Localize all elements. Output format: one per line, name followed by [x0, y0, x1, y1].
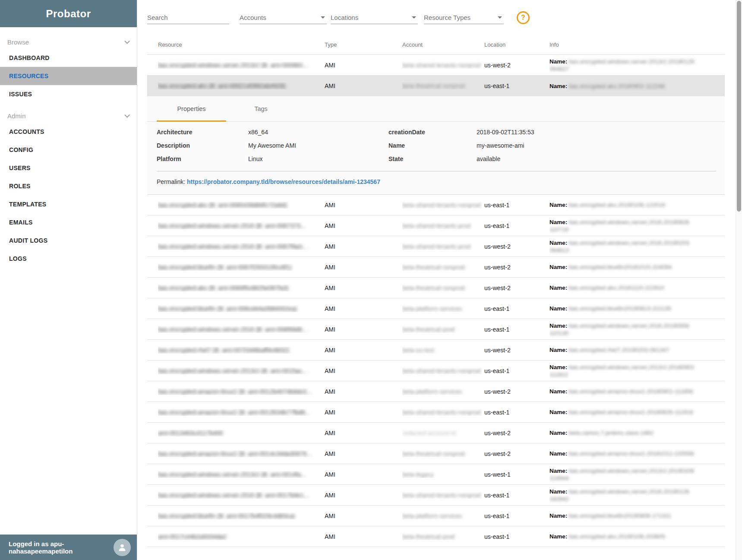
account-cell: beta-platform-services	[402, 388, 484, 395]
table-row[interactable]: bas.encrypted.windows.server.2013r2 (B: …	[147, 55, 725, 76]
table-row[interactable]: bas.encrypted.aks (B: ami-0002140992ab49…	[147, 76, 725, 96]
account-name-blurred: beta-shared-tenants-prod	[402, 243, 470, 250]
sidebar-item-roles[interactable]: ROLES	[0, 177, 137, 195]
sidebar-item-audit-logs[interactable]: AUDIT LOGS	[0, 231, 137, 250]
info-name-label: Name:	[549, 513, 567, 519]
info-name-label: Name:	[549, 305, 567, 312]
locations-filter[interactable]: Locations	[331, 11, 418, 24]
scrollbar-thumb[interactable]	[737, 1, 741, 212]
sidebar-section-admin[interactable]: Admin	[0, 111, 137, 121]
permalink-link[interactable]: https://probator.company.tld/browse/reso…	[187, 178, 380, 185]
prop-value: Linux	[248, 152, 388, 166]
rows-below-detail: bas.encrypted.aks (B: ami-0065439d84fc72…	[147, 195, 725, 547]
table-row[interactable]: bas.encrypted.bluefin (B: ami-0017b4f029…	[147, 506, 725, 526]
table-row[interactable]: bas.encrypted.windows.server.2013r2 (B: …	[147, 361, 725, 381]
table-row[interactable]: bas.encrypted.windows.server.2016 (B: am…	[147, 319, 725, 340]
resource-cell: ami-0017c44b2a9334da2	[158, 533, 325, 540]
table-row[interactable]: bas.encrypted.bluefin (B: ami-0067f29331…	[147, 257, 725, 278]
table-row[interactable]: ami-0013463u3117b400 AMI redacted-accoun…	[147, 423, 725, 443]
sidebar-item-logs[interactable]: LOGS	[0, 250, 137, 268]
col-location: Location	[484, 41, 549, 48]
account-name-blurred: beta-theatrical-nonprod	[402, 450, 465, 457]
table-row[interactable]: bas.encrypted.rhel7 (B: ami-0070346baff9…	[147, 340, 725, 361]
section-label: Browse	[7, 38, 29, 46]
sidebar: Probator Browse DASHBOARD RESOURCES ISSU…	[0, 0, 137, 560]
info-value-blurred: bas.encrypted.rhel7.20190203-061347	[569, 347, 669, 353]
person-icon	[117, 543, 127, 552]
location-cell: us-west-1	[484, 471, 549, 478]
search-field[interactable]	[147, 11, 229, 24]
info-name-label: Name:	[549, 450, 567, 457]
prop-label: Platform	[157, 152, 248, 166]
type-cell: AMI	[325, 409, 402, 416]
prop-label: State	[388, 152, 477, 166]
prop-value: 2018-09-02T11:35:53	[477, 126, 716, 139]
sidebar-item-config[interactable]: CONFIG	[0, 141, 137, 159]
table-row[interactable]: bas.encrypted.windows.server.2016 (B: am…	[147, 215, 725, 236]
type-cell: AMI	[325, 388, 402, 395]
resource-cell: bas.encrypted.bluefin (B: ami-0067f29331…	[158, 264, 325, 271]
info-name-label: Name:	[549, 323, 567, 329]
sidebar-item-accounts[interactable]: ACCOUNTS	[0, 123, 137, 141]
prop-value: x86_64	[248, 126, 388, 139]
resource-types-filter[interactable]: Resource Types	[424, 11, 504, 24]
table-row[interactable]: bas.encrypted.aks (B: ami-0069f5c8825e08…	[147, 278, 725, 298]
user-avatar[interactable]	[114, 539, 131, 556]
sidebar-section-browse[interactable]: Browse	[0, 37, 137, 47]
info-value-blurred: bas.encrypted.aks.20180902-112248	[569, 83, 665, 89]
resource-cell: bas.encrypted.windows.server.2013r2 (B: …	[158, 471, 325, 478]
resource-cell: bas.encrypted.amazon-linux2 (B: ami-0012…	[158, 388, 325, 395]
type-cell: AMI	[325, 222, 402, 229]
sidebar-item-dashboard[interactable]: DASHBOARD	[0, 49, 137, 67]
main-content: Accounts Locations Resource Types ? Reso…	[138, 0, 742, 560]
table-row[interactable]: bas.encrypted.bluefin (B: ami-006cd44a39…	[147, 298, 725, 319]
table-row[interactable]: bas.encrypted.windows.server.2013r2 (B: …	[147, 464, 725, 485]
accounts-filter[interactable]: Accounts	[240, 11, 327, 24]
sidebar-item-emails[interactable]: EMAILS	[0, 213, 137, 231]
info-value-line2-blurred: 110130	[549, 329, 717, 337]
help-icon[interactable]: ?	[517, 11, 530, 24]
search-input[interactable]	[147, 14, 229, 21]
sidebar-item-users[interactable]: USERS	[0, 159, 137, 177]
info-value-blurred: bas.encrypted.windows.server.2013r2.2019…	[569, 468, 694, 474]
account-cell: beta-os-test	[402, 347, 484, 354]
tab-properties[interactable]: Properties	[157, 96, 226, 121]
info-cell: Name: bas.encrypted.aks.20180902-112248	[549, 80, 717, 92]
prop-value: available	[477, 152, 716, 166]
info-cell: Name: bas.encrypted.windows.server.2013r…	[549, 361, 717, 381]
sidebar-footer: Logged in as apu-nahasapeemapetilon	[0, 535, 137, 560]
sidebar-item-templates[interactable]: TEMPLATES	[0, 195, 137, 213]
info-value-blurred: bas.encrypted.windows.server.2013r2.2018…	[569, 364, 694, 370]
resource-cell: bas.encrypted.rhel7 (B: ami-0070346baff9…	[158, 347, 325, 354]
detail-tabs: Properties Tags	[147, 96, 725, 122]
type-cell: AMI	[325, 243, 402, 250]
account-cell: beta-shared-tenants-nonprod	[402, 492, 484, 499]
location-cell: us-west-2	[484, 243, 549, 250]
table-row[interactable]: bas.encrypted.amazon-linux2 (B: ami-0014…	[147, 443, 725, 464]
resource-cell: bas.encrypted.amazon-linux2 (B: ami-0013…	[158, 409, 325, 416]
resource-name-blurred: bas.encrypted.aks (B: ami-0002140992ab49…	[158, 82, 286, 89]
table-row[interactable]: bas.encrypted.amazon-linux2 (B: ami-0013…	[147, 402, 725, 423]
account-name-blurred: beta-theatrical-prod	[402, 326, 455, 333]
account-name-blurred: beta-theatrical-nonprod	[402, 264, 465, 271]
col-info: Info	[549, 41, 717, 48]
info-cell: Name: beta.camos.7.jenkins.slave.1862	[549, 427, 717, 439]
table-row[interactable]: bas.encrypted.amazon-linux2 (B: ami-0012…	[147, 381, 725, 402]
account-cell: beta-shared-tenants-nonprod	[402, 62, 484, 69]
sidebar-item-resources[interactable]: RESOURCES	[0, 67, 137, 85]
sidebar-item-issues[interactable]: ISSUES	[0, 85, 137, 103]
resource-cell: bas.encrypted.aks (B: ami-0065439d84fc72…	[158, 202, 325, 209]
location-cell: us-east-1	[484, 513, 549, 519]
account-name-blurred: beta-platform-services	[402, 513, 462, 519]
chevron-down-icon	[124, 112, 130, 118]
account-cell: beta-platform-services	[402, 513, 484, 519]
prop-label: Name	[388, 139, 477, 152]
resource-cell: bas.encrypted.windows.server.2016 (B: am…	[158, 492, 325, 499]
table-row[interactable]: ami-0017c44b2a9334da2 AMI beta-theatrica…	[147, 526, 725, 547]
tab-tags[interactable]: Tags	[226, 96, 296, 121]
resource-cell: bas.encrypted.windows.server.2013r2 (B: …	[158, 367, 325, 374]
table-row[interactable]: bas.encrypted.windows.server.2016 (B: am…	[147, 485, 725, 506]
table-row[interactable]: bas.encrypted.aks (B: ami-0065439d84fc72…	[147, 195, 725, 215]
permalink-label: Permalink:	[157, 178, 185, 185]
table-row[interactable]: bas.encrypted.windows.server.2016 (B: am…	[147, 236, 725, 257]
